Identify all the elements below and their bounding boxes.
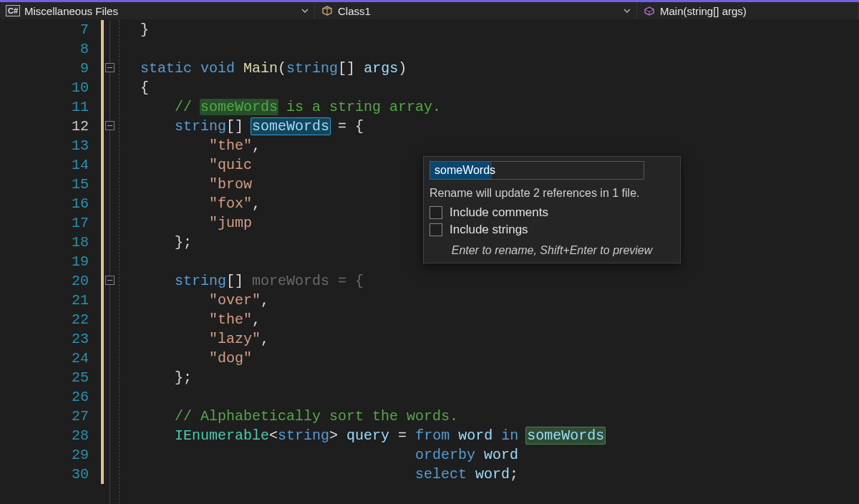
code-line[interactable]: // Alphabetically sort the words. [140,407,859,426]
include-strings-checkbox[interactable]: Include strings [430,223,674,237]
code-line[interactable]: string[] moreWords = { [140,271,859,291]
code-line[interactable]: }; [140,368,859,387]
checkbox-label: Include comments [450,205,548,220]
line-number: 22 [0,310,96,329]
nav-member-label: Main(string[] args) [660,5,853,17]
nav-class-scope[interactable]: Class1 [315,2,637,19]
checkbox-icon [430,223,442,236]
indent-guide [116,20,140,504]
line-number: 11 [0,97,96,117]
rename-definition: someWords [251,117,331,135]
code-line[interactable]: string[] someWords = { [140,117,859,136]
context-nav-bar: C# Miscellaneous Files Class1 Main(strin… [0,2,859,20]
code-line[interactable] [140,39,859,59]
checkbox-label: Include strings [450,223,528,237]
code-line[interactable]: "lazy", [140,329,859,349]
fold-toggle[interactable] [105,121,115,130]
line-number: 29 [0,445,96,465]
chevron-down-icon [623,7,631,14]
rename-status-message: Rename will update 2 references in 1 fil… [430,187,674,200]
code-line[interactable]: { [140,78,859,97]
code-line[interactable]: IEnumerable<string> query = from word in… [140,426,859,445]
rename-reference-comment: someWords [200,99,278,115]
line-number: 15 [0,175,96,194]
line-number: 25 [0,368,96,387]
fold-gutter [105,20,116,504]
code-editor[interactable]: 7 8 9 10 11 12 13 14 15 16 17 18 19 20 2… [0,20,859,504]
line-number: 23 [0,329,96,349]
line-number: 8 [0,39,96,59]
code-line[interactable]: // someWords is a string array. [140,97,859,117]
nav-file-scope[interactable]: C# Miscellaneous Files [0,2,315,19]
line-number: 28 [0,426,96,445]
code-line[interactable]: } [140,20,859,39]
line-number: 20 [0,271,96,291]
nav-member-scope[interactable]: Main(string[] args) [637,2,859,19]
class-icon [321,4,334,17]
nav-class-label: Class1 [338,5,619,17]
code-line[interactable]: select word; [140,465,859,484]
method-icon [643,4,656,17]
line-number: 12 [0,117,96,136]
line-number: 17 [0,213,96,233]
fold-toggle[interactable] [105,63,115,72]
rename-popup: Rename will update 2 references in 1 fil… [423,156,681,263]
code-line[interactable]: "the", [140,136,859,155]
line-number: 14 [0,155,96,175]
include-comments-checkbox[interactable]: Include comments [430,205,674,220]
line-number-gutter: 7 8 9 10 11 12 13 14 15 16 17 18 19 20 2… [0,20,100,504]
rename-input[interactable] [430,161,644,180]
line-number: 19 [0,252,96,271]
checkbox-icon [430,206,442,219]
code-line[interactable]: "over", [140,291,859,310]
rename-hint: Enter to rename, Shift+Enter to preview [430,244,674,257]
code-line[interactable] [140,387,859,407]
line-number: 21 [0,291,96,310]
rename-reference: someWords [525,427,606,445]
code-line[interactable]: "dog" [140,349,859,368]
line-number: 9 [0,59,96,78]
code-line[interactable]: static void Main(string[] args) [140,59,859,78]
chevron-down-icon [301,7,309,14]
line-number: 7 [0,20,96,39]
code-line[interactable]: "the", [140,310,859,329]
line-number: 16 [0,194,96,213]
line-number: 26 [0,387,96,407]
fold-toggle[interactable] [105,276,115,285]
csharp-icon: C# [6,5,20,16]
line-number: 18 [0,233,96,252]
line-number: 30 [0,465,96,484]
code-text-area[interactable]: } static void Main(string[] args) { // s… [140,20,859,504]
line-number: 24 [0,349,96,368]
line-number: 27 [0,407,96,426]
code-line[interactable]: orderby word [140,445,859,465]
line-number: 10 [0,78,96,97]
nav-file-label: Miscellaneous Files [24,5,297,17]
line-number: 13 [0,136,96,155]
